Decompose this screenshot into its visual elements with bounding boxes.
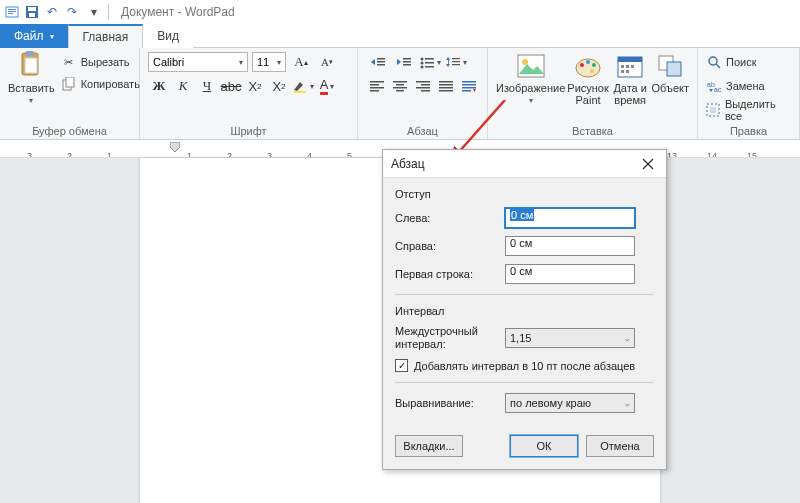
font-name-select[interactable]: Calibri▾ (148, 52, 248, 72)
bold-icon[interactable]: Ж (148, 76, 170, 96)
ribbon-tabs: Файл▾ Главная Вид (0, 24, 800, 48)
paste-button[interactable]: Вставить ▾ (8, 52, 55, 105)
strikethrough-icon[interactable]: abc (220, 76, 242, 96)
redo-icon[interactable]: ↷ (64, 4, 80, 20)
paint-icon (574, 52, 602, 80)
firstline-input[interactable]: 0 см (505, 264, 635, 284)
svg-rect-43 (439, 87, 453, 89)
scissors-icon: ✂ (61, 54, 77, 70)
svg-rect-34 (396, 84, 404, 86)
datetime-button[interactable]: Дата и время (611, 52, 650, 106)
align-left-icon[interactable] (366, 76, 387, 96)
svg-rect-30 (370, 84, 379, 86)
svg-rect-26 (452, 58, 460, 59)
cut-button[interactable]: ✂ Вырезать (61, 52, 140, 72)
chevron-down-icon: ▾ (463, 58, 467, 67)
font-size-select[interactable]: 11▾ (252, 52, 286, 72)
separator (108, 4, 109, 20)
addspace-checkbox[interactable]: ✓ Добавлять интервал в 10 пт после абзац… (395, 359, 654, 372)
superscript-icon[interactable]: X2 (268, 76, 290, 96)
svg-rect-41 (439, 81, 453, 83)
linespacing-select[interactable]: 1,15⌵ (505, 328, 635, 348)
align-label: Выравнивание: (395, 397, 505, 409)
close-button[interactable] (638, 154, 658, 174)
window-title: Документ - WordPad (121, 5, 235, 19)
calendar-icon (616, 52, 644, 80)
object-icon (656, 52, 684, 80)
file-tab[interactable]: Файл▾ (0, 24, 68, 48)
align-justify-icon[interactable] (435, 76, 456, 96)
tabs-button[interactable]: Вкладки... (395, 435, 463, 457)
image-label: Изображение (496, 82, 565, 94)
underline-icon[interactable]: Ч (196, 76, 218, 96)
object-button[interactable]: Объект (652, 52, 689, 94)
view-tab-label: Вид (157, 29, 179, 43)
svg-rect-18 (403, 64, 411, 66)
edit-group-label: Правка (706, 125, 791, 137)
copy-button[interactable]: Копировать (61, 74, 140, 94)
indent-left-label: Слева: (395, 212, 505, 224)
svg-rect-48 (462, 90, 471, 92)
line-spacing-icon[interactable]: ▾ (444, 52, 468, 72)
selectall-button[interactable]: Выделить все (706, 100, 791, 120)
grow-font-icon[interactable]: A▴ (290, 52, 312, 72)
home-tab[interactable]: Главная (68, 24, 144, 48)
find-button[interactable]: Поиск (706, 52, 791, 72)
tabs-button-label: Вкладки... (403, 440, 454, 452)
svg-rect-47 (462, 87, 476, 89)
align-right-icon[interactable] (412, 76, 433, 96)
indent-left-input[interactable]: 0 см (505, 208, 635, 228)
image-button[interactable]: Изображение ▾ (496, 52, 565, 105)
svg-rect-2 (8, 11, 16, 12)
svg-rect-12 (294, 91, 306, 93)
ok-button[interactable]: ОК (510, 435, 578, 457)
linespacing-value: 1,15 (510, 332, 531, 344)
chevron-down-icon: ▾ (437, 58, 441, 67)
replace-button[interactable]: abac Замена (706, 76, 791, 96)
svg-rect-46 (462, 84, 476, 86)
svg-rect-15 (377, 64, 385, 66)
paint-button[interactable]: Рисунок Paint (567, 52, 609, 106)
copy-label: Копировать (81, 78, 140, 90)
ruler-indent-marker[interactable] (170, 142, 180, 154)
find-label: Поиск (726, 56, 756, 68)
svg-rect-24 (425, 66, 434, 68)
qat-more-icon[interactable]: ▾ (86, 4, 102, 20)
chevron-down-icon: ▾ (50, 32, 54, 41)
paragraph-dialog-icon[interactable] (458, 76, 479, 96)
subscript-icon[interactable]: X2 (244, 76, 266, 96)
save-icon[interactable] (24, 4, 40, 20)
paste-icon (17, 52, 45, 80)
svg-rect-45 (462, 81, 476, 83)
font-color-icon[interactable]: A▾ (316, 76, 338, 96)
clipboard-group-label: Буфер обмена (8, 125, 131, 137)
spacing-section-title: Интервал (395, 305, 654, 317)
align-select[interactable]: по левому краю⌵ (505, 393, 635, 413)
svg-point-53 (586, 60, 590, 64)
file-tab-label: Файл (14, 29, 44, 43)
cancel-button[interactable]: Отмена (586, 435, 654, 457)
shrink-font-icon[interactable]: A▾ (316, 52, 338, 72)
svg-rect-44 (439, 90, 453, 92)
svg-rect-1 (8, 9, 16, 10)
view-tab[interactable]: Вид (143, 24, 193, 48)
dialog-title: Абзац (391, 157, 425, 171)
addspace-label: Добавлять интервал в 10 пт после абзацев (414, 360, 635, 372)
indent-section-title: Отступ (395, 188, 654, 200)
undo-icon[interactable]: ↶ (44, 4, 60, 20)
svg-rect-37 (416, 81, 430, 83)
increase-indent-icon[interactable] (392, 52, 416, 72)
decrease-indent-icon[interactable] (366, 52, 390, 72)
svg-rect-62 (626, 70, 629, 73)
bullet-list-icon[interactable]: ▾ (418, 52, 442, 72)
chevron-down-icon: ▾ (330, 82, 334, 91)
font-size-value: 11 (257, 56, 269, 68)
svg-point-54 (592, 63, 596, 67)
paint-label: Рисунок Paint (567, 82, 609, 106)
italic-icon[interactable]: К (172, 76, 194, 96)
indent-right-input[interactable]: 0 см (505, 236, 635, 256)
svg-rect-27 (452, 61, 460, 62)
align-center-icon[interactable] (389, 76, 410, 96)
text-highlight-icon[interactable]: ▾ (292, 76, 314, 96)
clipboard-group: Вставить ▾ ✂ Вырезать Копировать Буфер о… (0, 48, 140, 139)
